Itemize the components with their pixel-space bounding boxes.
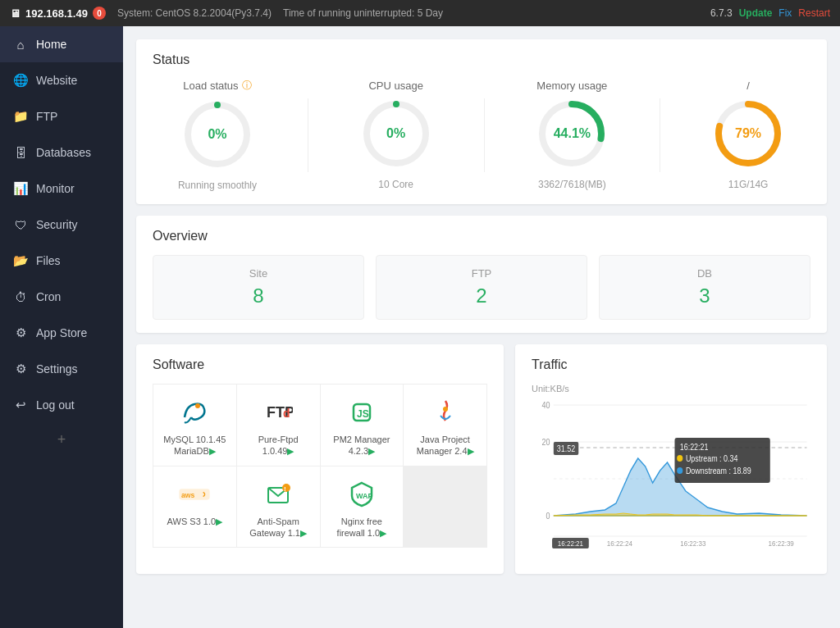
- uptime-info: Time of running uninterrupted: 5 Day: [283, 7, 443, 19]
- sidebar-label-ftp: FTP: [36, 110, 57, 123]
- software-antispam[interactable]: ! Anti-Spam Gateway 1.1▶: [237, 466, 320, 548]
- software-mysql[interactable]: MySQL 10.1.45MariaDB▶: [153, 385, 236, 466]
- load-sub: Running smoothly: [178, 180, 257, 191]
- svg-text:16:22:24: 16:22:24: [607, 539, 633, 548]
- overview-db[interactable]: DB 3: [599, 255, 810, 320]
- svg-text:16:22:21: 16:22:21: [680, 443, 709, 453]
- java-name: Java Project Manager 2.4▶: [410, 434, 480, 457]
- topbar-right: 6.7.3 Update Fix Restart: [710, 7, 830, 19]
- antispam-name: Anti-Spam Gateway 1.1▶: [244, 516, 313, 539]
- software-pureftpd[interactable]: FTP d Pure-Ftpd 1.0.49▶: [237, 385, 320, 466]
- overview-card: Overview Site 8 FTP 2 DB 3: [136, 216, 827, 333]
- svg-text:Downstream : 18.89: Downstream : 18.89: [686, 466, 751, 476]
- sidebar-label-settings: Settings: [36, 362, 78, 375]
- bottom-row: Software MySQL 10.1.45MariaDB▶: [136, 344, 827, 585]
- traffic-unit: Unit:KB/s: [532, 384, 810, 394]
- load-donut: 0%: [180, 98, 254, 171]
- load-value: 0%: [208, 127, 226, 142]
- svg-point-8: [195, 403, 200, 408]
- website-icon: 🌐: [13, 73, 28, 88]
- update-button[interactable]: Update: [739, 7, 773, 19]
- traffic-card: Traffic Unit:KB/s 40 20 0: [515, 344, 827, 574]
- fix-button[interactable]: Fix: [778, 7, 792, 19]
- files-icon: 📂: [13, 253, 28, 268]
- sidebar-item-logout[interactable]: ↩ Log out: [0, 387, 123, 423]
- svg-point-35: [677, 467, 682, 474]
- system-info: System: CentOS 8.2.2004(Py3.7.4): [117, 7, 272, 19]
- software-pm2[interactable]: JS PM2 Manager 4.2.3▶: [321, 385, 404, 466]
- security-icon: 🛡: [13, 217, 28, 232]
- topbar: 🖥 192.168.1.49 0 System: CentOS 8.2.2004…: [0, 0, 840, 26]
- status-title: Status: [153, 52, 810, 67]
- memory-label: Memory usage: [536, 80, 607, 92]
- sidebar-item-ftp[interactable]: 📁 FTP: [0, 98, 123, 134]
- divider-2: [484, 98, 485, 172]
- disk-sub: 11G/14G: [728, 179, 769, 190]
- disk-label: /: [746, 80, 750, 92]
- svg-text:31.52: 31.52: [557, 444, 575, 454]
- pm2-name: PM2 Manager 4.2.3▶: [327, 434, 397, 457]
- cpu-label: CPU usage: [368, 80, 422, 92]
- sidebar-item-databases[interactable]: 🗄 Databases: [0, 134, 123, 171]
- disk-donut: 79%: [711, 97, 785, 171]
- sidebar-item-monitor[interactable]: 📊 Monitor: [0, 171, 123, 207]
- overview-site-label: Site: [249, 267, 267, 280]
- divider-1: [308, 98, 308, 172]
- svg-text:16:22:39: 16:22:39: [769, 539, 795, 548]
- mysql-icon: [178, 396, 211, 429]
- info-icon: ⓘ: [242, 79, 252, 93]
- appstore-icon: ⚙: [13, 325, 28, 340]
- restart-button[interactable]: Restart: [798, 7, 830, 19]
- version-text: 6.7.3: [710, 7, 733, 19]
- svg-text:Upstream : 0.34: Upstream : 0.34: [686, 454, 738, 464]
- sidebar-item-website[interactable]: 🌐 Website: [0, 62, 123, 98]
- svg-text:40: 40: [541, 401, 550, 411]
- overview-row: Site 8 FTP 2 DB 3: [153, 255, 810, 320]
- cpu-donut: 0%: [359, 97, 433, 171]
- overview-ftp[interactable]: FTP 2: [376, 255, 587, 320]
- logout-icon: ↩: [13, 398, 28, 412]
- svg-text:WAF: WAF: [356, 492, 372, 500]
- sidebar-item-cron[interactable]: ⏱ Cron: [0, 279, 123, 315]
- traffic-title: Traffic: [532, 357, 810, 372]
- add-button[interactable]: +: [0, 423, 123, 457]
- svg-point-13: [443, 407, 448, 412]
- software-java[interactable]: Java Project Manager 2.4▶: [404, 385, 486, 466]
- aws-icon: aws: [178, 478, 211, 511]
- load-label: Load status ⓘ: [183, 79, 251, 93]
- software-card: Software MySQL 10.1.45MariaDB▶: [136, 344, 504, 574]
- overview-site[interactable]: Site 8: [153, 255, 364, 320]
- overview-title: Overview: [153, 229, 810, 243]
- sidebar-item-settings[interactable]: ⚙ Settings: [0, 351, 123, 387]
- memory-status-item: Memory usage 44.1% 3362/7618(MB): [535, 80, 609, 190]
- status-card: Status Load status ⓘ 0% Runn: [136, 39, 827, 204]
- pm2-icon: JS: [345, 396, 378, 429]
- cpu-value: 0%: [386, 126, 405, 141]
- memory-donut: 44.1%: [535, 97, 609, 171]
- sidebar-item-security[interactable]: 🛡 Security: [0, 207, 123, 243]
- overview-db-value: 3: [699, 284, 710, 307]
- sidebar-item-home[interactable]: ⌂ Home: [0, 26, 123, 62]
- sidebar: ⌂ Home 🌐 Website 📁 FTP 🗄 Databases 📊 Mon…: [0, 26, 123, 628]
- cpu-status-item: CPU usage 0% 10 Core: [359, 80, 433, 190]
- software-aws[interactable]: aws AWS S3 1.0▶: [153, 466, 236, 548]
- software-waf[interactable]: WAF Nginx free firewall 1.0▶: [321, 466, 404, 548]
- memory-value: 44.1%: [554, 126, 591, 141]
- waf-name: Nginx free firewall 1.0▶: [327, 516, 397, 539]
- pureftpd-icon: FTP d: [262, 396, 294, 429]
- memory-sub: 3362/7618(MB): [538, 179, 606, 190]
- load-status-item: Load status ⓘ 0% Running smoothly: [178, 79, 257, 191]
- settings-icon: ⚙: [13, 362, 28, 376]
- status-row: Load status ⓘ 0% Running smoothly: [153, 79, 810, 191]
- svg-text:20: 20: [541, 438, 550, 448]
- svg-text:!: !: [284, 485, 286, 493]
- topbar-left: 🖥 192.168.1.49 0 System: CentOS 8.2.2004…: [10, 7, 443, 20]
- sidebar-item-files[interactable]: 📂 Files: [0, 243, 123, 279]
- sidebar-item-appstore[interactable]: ⚙ App Store: [0, 315, 123, 351]
- svg-text:0: 0: [546, 512, 550, 521]
- databases-icon: 🗄: [13, 145, 28, 160]
- svg-text:d: d: [283, 407, 290, 420]
- monitor-icon: 🖥: [10, 7, 21, 20]
- sidebar-label-databases: Databases: [36, 146, 91, 159]
- divider-3: [660, 98, 660, 172]
